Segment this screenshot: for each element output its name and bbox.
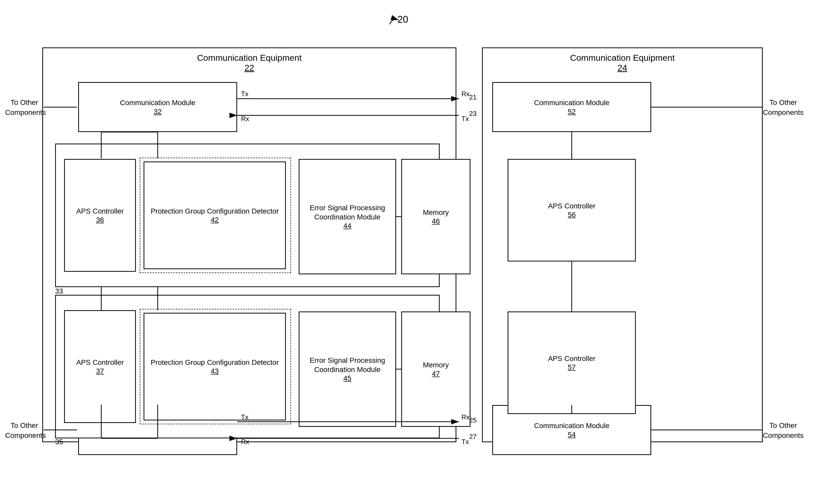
memory-47: Memory 47 [401,311,470,427]
to-other-components-right-bottom: To OtherComponents [763,420,804,440]
svg-text:27: 27 [469,433,477,440]
svg-text:Tx: Tx [461,115,469,123]
ref-35-label: 35 [55,438,63,446]
svg-text:21: 21 [469,93,477,101]
svg-text:Tx: Tx [461,438,469,446]
svg-text:Rx: Rx [461,90,470,98]
to-other-components-left-bottom: To OtherComponents [5,420,44,440]
ref-33-label: 33 [55,287,63,295]
svg-text:23: 23 [469,110,477,117]
comm-module-32: Communication Module 32 [78,82,237,132]
diagram: 20 Communication Equipment 22 Communicat… [0,0,814,504]
aps-controller-57: APS Controller 57 [508,311,636,414]
comm-equip-24-title: Communication Equipment 24 [483,53,762,73]
pgcd-42: Protection Group Configuration Detector … [144,162,286,269]
comm-module-52: Communication Module 52 [492,82,651,132]
espcm-45: Error Signal Processing Coordination Mod… [299,311,396,427]
espcm-44: Error Signal Processing Coordination Mod… [299,159,396,274]
to-other-components-left-top: To OtherComponents [5,97,44,117]
pgcd-43: Protection Group Configuration Detector … [144,313,286,420]
memory-46: Memory 46 [401,159,470,274]
aps-controller-56: APS Controller 56 [508,159,636,261]
comm-equip-22-title: Communication Equipment 22 [43,53,456,73]
aps-controller-37: APS Controller 37 [64,310,136,423]
ref-number-20: 20 [397,14,408,25]
aps-controller-36: APS Controller 36 [64,159,136,272]
to-other-components-right-top: To OtherComponents [763,97,804,117]
